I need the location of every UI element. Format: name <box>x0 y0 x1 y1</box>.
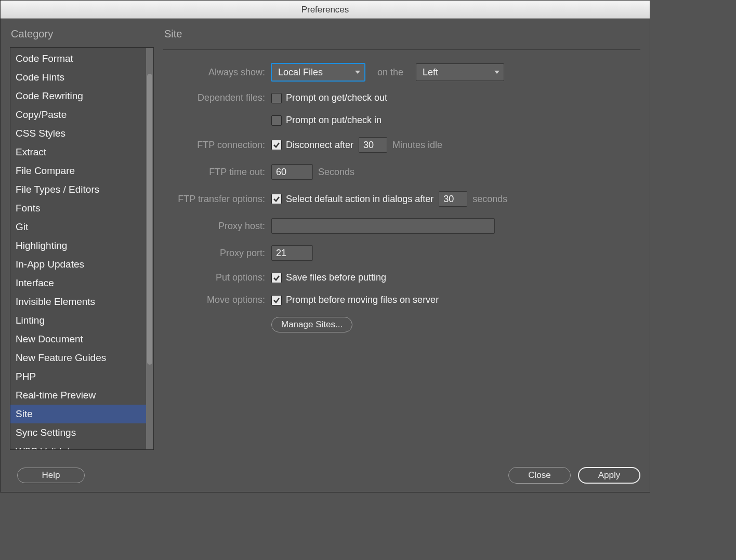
close-button[interactable]: Close <box>508 467 571 484</box>
ftp-disconnect-suffix: Minutes idle <box>392 140 442 151</box>
category-item[interactable]: Git <box>10 218 146 236</box>
checkbox-icon <box>271 93 282 103</box>
ftp-default-action-seconds-input[interactable]: 30 <box>439 191 467 207</box>
prompt-get-checkbox[interactable]: Prompt on get/check out <box>271 92 387 103</box>
always-show-dropdown-left[interactable]: Local Files <box>271 63 365 81</box>
ftp-timeout-label: FTP time out: <box>163 167 271 178</box>
category-item[interactable]: W3C Validator <box>10 442 146 449</box>
site-prefs-form: Always show: Local Files on the Left Dep… <box>163 63 640 344</box>
prompt-put-checkbox[interactable]: Prompt on put/check in <box>271 115 382 126</box>
checkbox-icon <box>271 194 282 204</box>
category-item[interactable]: Site <box>10 405 146 423</box>
category-header: Category <box>10 28 154 47</box>
always-show-label: Always show: <box>163 67 271 78</box>
category-item[interactable]: Highlighting <box>10 236 146 255</box>
category-item[interactable]: CSS Styles <box>10 124 146 143</box>
row-put-options: Put options: Save files before putting <box>163 272 640 283</box>
category-item[interactable]: In-App Updates <box>10 255 146 274</box>
check-icon <box>273 195 280 203</box>
row-dependent-put: Prompt on put/check in <box>163 115 640 126</box>
apply-button[interactable]: Apply <box>578 467 640 484</box>
check-icon <box>273 274 280 282</box>
footer: Help Close Apply <box>10 467 640 484</box>
put-options-label: Put options: <box>163 272 271 283</box>
ftp-timeout-suffix: Seconds <box>318 167 354 178</box>
right-column: Site Always show: Local Files on the Lef… <box>163 28 640 492</box>
prompt-put-label: Prompt on put/check in <box>286 115 382 126</box>
prompt-before-move-label: Prompt before moving files on server <box>286 295 439 305</box>
category-item[interactable]: New Feature Guides <box>10 349 146 367</box>
always-show-between: on the <box>370 67 411 78</box>
proxy-host-label: Proxy host: <box>163 221 271 232</box>
row-dependent-get: Dependent files: Prompt on get/check out <box>163 92 640 103</box>
category-item[interactable]: Code Rewriting <box>10 87 146 105</box>
chevron-down-icon <box>355 71 360 74</box>
category-item[interactable]: PHP <box>10 367 146 386</box>
proxy-port-input[interactable]: 21 <box>271 245 313 261</box>
checkbox-icon <box>271 273 282 283</box>
ftp-disconnect-checkbox[interactable]: Disconnect after <box>271 140 353 151</box>
category-item[interactable]: Linting <box>10 311 146 330</box>
panel-divider <box>163 49 640 50</box>
always-show-left-value: Local Files <box>278 67 323 78</box>
ftp-default-action-suffix: seconds <box>472 194 507 205</box>
checkbox-icon <box>271 140 282 150</box>
prompt-before-move-checkbox[interactable]: Prompt before moving files on server <box>271 295 439 305</box>
move-options-label: Move options: <box>163 295 271 305</box>
category-item[interactable]: Interface <box>10 274 146 292</box>
content: Category Code FormatCode HintsCode Rewri… <box>1 19 650 492</box>
row-proxy-host: Proxy host: <box>163 218 640 234</box>
save-before-put-checkbox[interactable]: Save files before putting <box>271 272 386 283</box>
category-item[interactable]: File Types / Editors <box>10 180 146 199</box>
chevron-down-icon <box>494 71 500 74</box>
category-item[interactable]: Extract <box>10 143 146 162</box>
ftp-transfer-options-label: FTP transfer options: <box>163 194 271 205</box>
category-item[interactable]: Real-time Preview <box>10 386 146 405</box>
row-ftp-timeout: FTP time out: 60 Seconds <box>163 164 640 180</box>
category-item[interactable]: New Document <box>10 330 146 349</box>
dependent-files-label: Dependent files: <box>163 92 271 103</box>
category-scrollbar-thumb[interactable] <box>147 74 152 365</box>
ftp-disconnect-label: Disconnect after <box>286 140 353 151</box>
category-scrollbar[interactable] <box>146 48 153 449</box>
left-column: Category Code FormatCode HintsCode Rewri… <box>10 28 163 492</box>
manage-sites-button[interactable]: Manage Sites... <box>271 317 352 332</box>
category-item[interactable]: Copy/Paste <box>10 105 146 124</box>
always-show-dropdown-right[interactable]: Left <box>416 63 504 81</box>
category-item[interactable]: File Compare <box>10 162 146 180</box>
category-list[interactable]: Code FormatCode HintsCode RewritingCopy/… <box>10 48 146 449</box>
ftp-default-action-checkbox[interactable]: Select default action in dialogs after <box>271 194 433 205</box>
checkbox-icon <box>271 115 282 126</box>
prompt-get-label: Prompt on get/check out <box>286 92 387 103</box>
row-ftp-connection: FTP connection: Disconnect after 30 Minu… <box>163 137 640 153</box>
category-item[interactable]: Fonts <box>10 199 146 218</box>
checkbox-icon <box>271 295 282 305</box>
row-move-options: Move options: Prompt before moving files… <box>163 295 640 305</box>
check-icon <box>273 141 280 149</box>
category-item[interactable]: Code Hints <box>10 68 146 87</box>
row-manage-sites: Manage Sites... <box>163 317 640 332</box>
window-title: Preferences <box>301 5 349 15</box>
help-button[interactable]: Help <box>17 468 85 483</box>
check-icon <box>273 297 280 304</box>
ftp-default-action-label: Select default action in dialogs after <box>286 194 433 205</box>
row-proxy-port: Proxy port: 21 <box>163 245 640 261</box>
proxy-host-input[interactable] <box>271 218 495 234</box>
ftp-disconnect-minutes-input[interactable]: 30 <box>359 137 387 153</box>
ftp-timeout-input[interactable]: 60 <box>271 164 313 180</box>
row-always-show: Always show: Local Files on the Left <box>163 63 640 81</box>
titlebar: Preferences <box>1 1 650 19</box>
always-show-right-value: Left <box>423 67 438 78</box>
row-ftp-transfer-options: FTP transfer options: Select default act… <box>163 191 640 207</box>
panel-header: Site <box>163 28 640 47</box>
category-item[interactable]: Code Format <box>10 49 146 68</box>
save-before-put-label: Save files before putting <box>286 272 386 283</box>
proxy-port-label: Proxy port: <box>163 248 271 259</box>
category-item[interactable]: Invisible Elements <box>10 292 146 311</box>
ftp-connection-label: FTP connection: <box>163 140 271 151</box>
category-list-wrap: Code FormatCode HintsCode RewritingCopy/… <box>10 47 154 450</box>
category-item[interactable]: Sync Settings <box>10 423 146 442</box>
